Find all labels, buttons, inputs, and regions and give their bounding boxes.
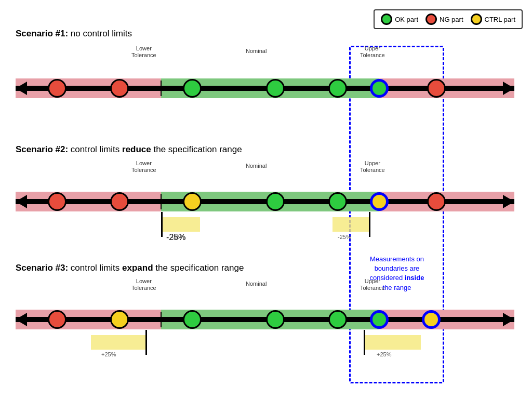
- s2-left-pct: -25%: [171, 234, 185, 240]
- s3-upper-tol-label: UpperTolerance: [360, 278, 385, 291]
- s1-dot2: [110, 79, 129, 98]
- s1-upper-tol-label: UpperTolerance: [360, 45, 385, 59]
- s3-lower-tol-label: LowerTolerance: [131, 278, 156, 291]
- s2-dot6: [370, 192, 389, 211]
- s3-left-ctrl-line: [145, 330, 147, 355]
- s2-right-ctrl-line: [369, 212, 370, 237]
- s3-right-pct: +25%: [377, 351, 391, 357]
- s1-dot5: [328, 79, 347, 98]
- scenario2-title: Scenario #2: control limits reduce the s…: [16, 144, 242, 155]
- s2-dot7: [427, 192, 446, 211]
- scenario2-numberline: [16, 186, 514, 217]
- s2-right-ctrl-bracket: [332, 217, 370, 232]
- s2-left-ctrl-line: [161, 212, 163, 237]
- s3-left-ctrl-bracket: [91, 335, 147, 350]
- s1-dot1: [48, 79, 66, 98]
- s2-nominal-label: Nominal: [246, 163, 267, 169]
- s3-left-pct: +25%: [101, 351, 116, 357]
- s1-dot4: [266, 79, 285, 98]
- s3-right-ctrl-line: [364, 330, 365, 355]
- s1-dot7: [427, 79, 446, 98]
- ok-circle-icon: [381, 14, 392, 25]
- s2-dot1: [48, 192, 66, 211]
- s3-dot7: [422, 310, 441, 329]
- legend-ctrl: CTRL part: [471, 14, 515, 25]
- s1-dot3: [183, 79, 202, 98]
- s3-dot6: [370, 310, 389, 329]
- ng-circle-icon: [425, 14, 437, 25]
- s3-dot3: [183, 310, 202, 329]
- legend: OK part NG part CTRL part: [374, 9, 523, 29]
- s3-dot2: [110, 310, 129, 329]
- s2-dot5: [328, 192, 347, 211]
- s2-dot3: [183, 192, 202, 211]
- legend-ng-label: NG part: [440, 16, 463, 23]
- scenario1-title: Scenario #1: no control limits: [16, 29, 132, 39]
- s1-nominal-label: Nominal: [246, 48, 267, 55]
- s1-dot6: [370, 79, 389, 98]
- legend-ng: NG part: [425, 14, 463, 25]
- scenario3-numberline: [16, 304, 514, 335]
- s3-nominal-label: Nominal: [246, 281, 267, 287]
- s3-dot4: [266, 310, 285, 329]
- s2-dot4: [266, 192, 285, 211]
- legend-ctrl-label: CTRL part: [485, 16, 515, 23]
- s2-lower-tol-label: LowerTolerance: [131, 160, 156, 174]
- s3-dot5: [328, 310, 347, 329]
- legend-ok-label: OK part: [395, 16, 418, 23]
- scenario3-title: Scenario #3: control limits expand the s…: [16, 263, 244, 273]
- ctrl-circle-icon: [471, 14, 482, 25]
- s2-upper-tol-label: UpperTolerance: [360, 160, 385, 174]
- s3-right-ctrl-bracket: [364, 335, 421, 350]
- legend-ok: OK part: [381, 14, 418, 25]
- s1-lower-tol-label: LowerTolerance: [131, 45, 156, 59]
- s2-dot2: [110, 192, 129, 211]
- s2-right-pct: -25%: [338, 234, 351, 240]
- scenario1-numberline: [16, 73, 514, 104]
- s3-dot1: [48, 310, 66, 329]
- s2-left-ctrl-bracket: [161, 217, 200, 232]
